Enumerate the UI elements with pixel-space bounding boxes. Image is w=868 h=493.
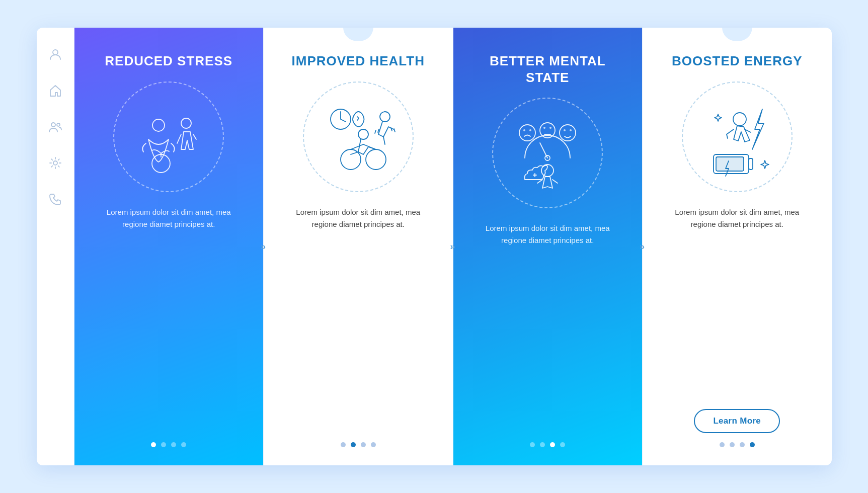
svg-point-13	[519, 125, 535, 141]
card-1-illustration	[113, 81, 224, 192]
card-4-title: BOOSTED ENERGY	[672, 53, 803, 69]
card-improved-health: IMPROVED HEALTH	[263, 28, 453, 465]
svg-point-17	[543, 127, 545, 129]
svg-point-4	[152, 119, 165, 131]
learn-more-button[interactable]: Learn More	[694, 409, 780, 433]
svg-point-8	[366, 149, 386, 170]
card-reduced-stress: REDUCED STRESS	[74, 28, 264, 465]
svg-point-23	[733, 113, 746, 126]
next-arrow-1[interactable]: »	[254, 237, 272, 256]
dot[interactable]	[720, 442, 725, 447]
svg-point-5	[181, 118, 191, 128]
dot[interactable]	[750, 442, 755, 447]
dot[interactable]	[181, 442, 186, 447]
card-4-dots	[720, 442, 755, 447]
svg-point-0	[53, 50, 58, 55]
card-1-desc: Lorem ipsum dolor sit dim amet, mea regi…	[103, 206, 234, 431]
sidebar	[37, 28, 74, 465]
svg-point-3	[53, 161, 57, 165]
card-1-dots	[151, 442, 186, 447]
main-container: REDUCED STRESS	[37, 28, 832, 465]
card-4-illustration	[682, 81, 793, 192]
svg-point-14	[523, 129, 525, 131]
dot[interactable]	[550, 442, 555, 447]
dot[interactable]	[730, 442, 735, 447]
home-icon[interactable]	[47, 82, 64, 99]
svg-rect-25	[749, 158, 753, 170]
dot[interactable]	[341, 442, 346, 447]
next-arrow-3[interactable]: »	[633, 237, 651, 256]
dot[interactable]	[161, 442, 166, 447]
card-3-illustration	[492, 98, 603, 208]
dot[interactable]	[351, 442, 356, 447]
svg-point-21	[570, 129, 572, 131]
card-3-dots	[530, 442, 565, 447]
svg-point-2	[57, 123, 60, 126]
card-2-title: IMPROVED HEALTH	[292, 53, 425, 69]
dot[interactable]	[371, 442, 376, 447]
card-boosted-energy: BOOSTED ENERGY	[642, 28, 832, 465]
dot[interactable]	[151, 442, 156, 447]
card-2-dots	[341, 442, 376, 447]
card-3-title: BETTER MENTAL STATE	[467, 53, 628, 86]
svg-point-15	[529, 129, 531, 131]
svg-point-1	[51, 123, 55, 127]
settings-icon[interactable]	[47, 154, 64, 172]
dot[interactable]	[171, 442, 176, 447]
svg-point-18	[549, 127, 551, 129]
svg-rect-26	[716, 157, 744, 171]
people-icon[interactable]	[47, 118, 64, 135]
dot[interactable]	[560, 442, 565, 447]
svg-point-10	[380, 112, 390, 122]
phone-icon[interactable]	[47, 191, 64, 208]
svg-point-20	[564, 129, 566, 131]
user-icon[interactable]	[47, 46, 64, 63]
card-1-title: REDUCED STRESS	[105, 53, 232, 69]
dot[interactable]	[740, 442, 745, 447]
dot[interactable]	[540, 442, 545, 447]
next-arrow-2[interactable]: »	[444, 237, 462, 256]
cards-container: REDUCED STRESS	[74, 28, 832, 465]
card-mental-state: BETTER MENTAL STATE	[453, 28, 643, 465]
card-2-desc: Lorem ipsum dolor sit dim amet, mea regi…	[293, 206, 424, 431]
dot[interactable]	[530, 442, 535, 447]
svg-point-9	[358, 129, 368, 139]
card-2-illustration	[303, 81, 414, 192]
card-3-desc: Lorem ipsum dolor sit dim amet, mea regi…	[482, 222, 613, 430]
dot[interactable]	[361, 442, 366, 447]
svg-point-19	[560, 125, 576, 141]
card-4-desc: Lorem ipsum dolor sit dim amet, mea regi…	[672, 206, 803, 397]
